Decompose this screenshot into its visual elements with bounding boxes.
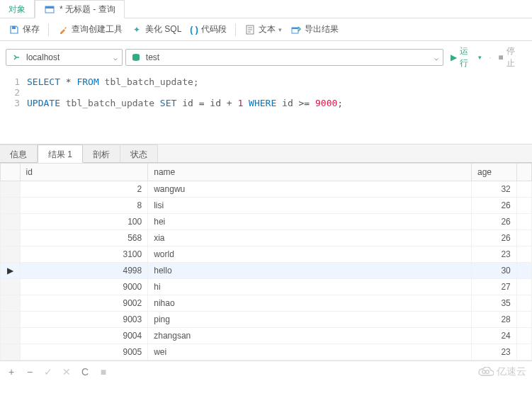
delete-row-button[interactable]: − [24, 366, 35, 378]
cell-name[interactable]: lisi [148, 198, 472, 214]
cell-age[interactable]: 24 [472, 328, 517, 344]
svg-point-10 [482, 370, 486, 374]
table-row[interactable]: 9003ping28 [1, 312, 532, 328]
column-id[interactable]: id [20, 164, 148, 181]
result-grid[interactable]: id name age 2wangwu328lisi26100hei26568x… [0, 163, 532, 361]
row-marker [1, 328, 21, 344]
tab-query[interactable]: * 无标题 - 查询 [35, 0, 125, 18]
table-row[interactable]: 568xia26 [1, 230, 532, 246]
database-value: test [146, 52, 159, 62]
row-marker [1, 246, 21, 263]
tab-info[interactable]: 信息 [0, 144, 38, 162]
export-icon [290, 24, 302, 35]
cell-spacer [516, 279, 531, 295]
stop-icon: ■ [498, 52, 503, 62]
table-row[interactable]: 9002nihao35 [1, 295, 532, 312]
cell-spacer [516, 312, 531, 328]
line-number: 1 [0, 76, 27, 87]
tab-query-label: * 无标题 - 查询 [60, 4, 115, 16]
cell-name[interactable]: hello [148, 263, 472, 279]
cell-id[interactable]: 9000 [20, 279, 148, 295]
svg-point-11 [486, 370, 489, 374]
cell-id[interactable]: 9005 [20, 344, 148, 361]
tab-result[interactable]: 结果 1 [38, 144, 83, 163]
chevron-down-icon: ⌵ [434, 54, 438, 62]
cell-age[interactable]: 35 [472, 295, 517, 312]
cell-age[interactable]: 28 [472, 312, 517, 328]
table-row[interactable]: 9000hi27 [1, 279, 532, 295]
cell-name[interactable]: nihao [148, 295, 472, 312]
table-row[interactable]: 9004zhangsan24 [1, 328, 532, 344]
database-select[interactable]: test ⌵ [125, 49, 443, 66]
cell-name[interactable]: world [148, 246, 472, 263]
row-marker [1, 279, 21, 295]
brackets-icon: ( ) [190, 25, 198, 35]
text-label: 文本 [259, 23, 276, 35]
cell-spacer [516, 198, 531, 214]
svg-rect-8 [292, 28, 298, 29]
table-row[interactable]: 2wangwu32 [1, 181, 532, 198]
column-age[interactable]: age [472, 164, 517, 181]
row-marker [1, 312, 21, 328]
cell-name[interactable]: xia [148, 230, 472, 246]
text-button[interactable]: 文本 ▾ [242, 22, 285, 37]
play-icon: ▶ [451, 52, 457, 62]
query-builder-label: 查询创建工具 [72, 23, 123, 35]
cell-age[interactable]: 23 [472, 344, 517, 361]
column-spacer [516, 164, 531, 181]
export-result-button[interactable]: 导出结果 [288, 22, 341, 37]
cell-spacer [516, 263, 531, 279]
beautify-sql-button[interactable]: ✦ 美化 SQL [128, 22, 184, 37]
cell-id[interactable]: 568 [20, 230, 148, 246]
cell-id[interactable]: 2 [20, 181, 148, 198]
connection-select[interactable]: localhost ⌵ [6, 49, 123, 66]
cell-id[interactable]: 100 [20, 214, 148, 230]
query-builder-button[interactable]: 查询创建工具 [55, 22, 125, 37]
row-marker [1, 198, 21, 214]
table-row[interactable]: 100hei26 [1, 214, 532, 230]
cell-age[interactable]: 27 [472, 279, 517, 295]
cell-spacer [516, 230, 531, 246]
cell-id[interactable]: 4998 [20, 263, 148, 279]
tab-objects[interactable]: 对象 [0, 0, 35, 18]
cell-name[interactable]: wei [148, 344, 472, 361]
cell-name[interactable]: hi [148, 279, 472, 295]
row-marker [1, 214, 21, 230]
cell-id[interactable]: 9003 [20, 312, 148, 328]
table-row[interactable]: 9005wei23 [1, 344, 532, 361]
tab-status[interactable]: 状态 [120, 144, 158, 162]
sql-editor[interactable]: 1 SELECT * FROM tbl_batch_update; 2 3 UP… [0, 74, 532, 144]
cell-name[interactable]: zhangsan [148, 328, 472, 344]
refresh-button[interactable]: C [79, 366, 91, 378]
line-number: 2 [0, 87, 27, 98]
watermark: 亿速云 [478, 365, 526, 378]
line-number: 3 [0, 98, 27, 108]
code-snippet-button[interactable]: ( ) 代码段 [187, 22, 229, 37]
cell-name[interactable]: hei [148, 214, 472, 230]
cell-id[interactable]: 9002 [20, 295, 148, 312]
cell-age[interactable]: 26 [472, 214, 517, 230]
cell-age[interactable]: 32 [472, 181, 517, 198]
cell-id[interactable]: 8 [20, 198, 148, 214]
table-row[interactable]: ▶4998hello30 [1, 263, 532, 279]
save-button[interactable]: 保存 [6, 22, 43, 37]
tab-profile[interactable]: 剖析 [83, 144, 120, 162]
table-row[interactable]: 3100world23 [1, 246, 532, 263]
run-button[interactable]: ▶ 运行 ▾ [446, 45, 486, 69]
row-marker-header [1, 164, 21, 181]
cell-age[interactable]: 23 [472, 246, 517, 263]
cell-name[interactable]: wangwu [148, 181, 472, 198]
cell-spacer [516, 328, 531, 344]
chevron-down-icon: ▾ [478, 54, 482, 61]
cell-age[interactable]: 26 [472, 198, 517, 214]
row-marker [1, 295, 21, 312]
column-name[interactable]: name [148, 164, 472, 181]
cell-age[interactable]: 30 [472, 263, 517, 279]
snippet-label: 代码段 [201, 23, 227, 35]
add-row-button[interactable]: + [6, 366, 17, 378]
cell-id[interactable]: 9004 [20, 328, 148, 344]
table-row[interactable]: 8lisi26 [1, 198, 532, 214]
cell-name[interactable]: ping [148, 312, 472, 328]
cell-age[interactable]: 26 [472, 230, 517, 246]
cell-id[interactable]: 3100 [20, 246, 148, 263]
